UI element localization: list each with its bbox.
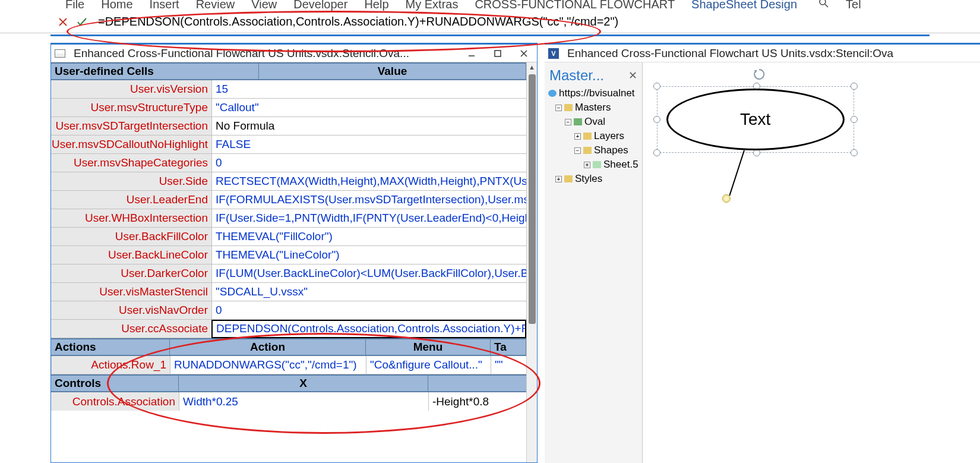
drawing-canvas[interactable]: Text	[643, 62, 980, 463]
section-header-actions[interactable]: Actions Action Menu Ta	[51, 338, 526, 356]
minimize-button[interactable]	[459, 45, 485, 62]
controls-row[interactable]: Controls.Association Width*0.25 -Height*…	[51, 392, 526, 411]
shape-text: Text	[740, 110, 770, 129]
user-cell-row[interactable]: User.DarkerColorIF(LUM(User.BackLineColo…	[51, 264, 526, 283]
tree-sheet5-label: Sheet.5	[603, 159, 638, 171]
cell-value[interactable]: 0	[211, 301, 526, 319]
tab-help[interactable]: Help	[364, 0, 388, 11]
accept-formula-button[interactable]	[75, 15, 88, 29]
selection-handle[interactable]	[653, 149, 660, 156]
controls-row-y[interactable]: -Height*0.8	[428, 392, 526, 411]
controls-row-x[interactable]: Width*0.25	[179, 392, 428, 411]
scroll-thumb[interactable]	[529, 74, 536, 324]
selection-handle[interactable]	[851, 149, 858, 156]
rotate-handle-icon[interactable]	[753, 68, 765, 80]
search-icon[interactable]	[818, 0, 829, 11]
expand-icon[interactable]: +	[574, 133, 581, 140]
tab-shapesheet-design[interactable]: ShapeSheet Design	[691, 0, 797, 11]
user-cell-row[interactable]: User.msvSDCalloutNoHighlightFALSE	[51, 136, 526, 154]
oval-shape[interactable]: Text	[666, 89, 845, 150]
control-handle[interactable]	[722, 194, 731, 203]
user-cell-row[interactable]: User.WHBoxIntersectionIF(User.Side=1,PNT…	[51, 209, 526, 228]
cell-value[interactable]: IF(User.Side=1,PNT(Width,IF(PNTY(User.Le…	[211, 209, 526, 227]
master-explorer-title: Master... ✕	[545, 65, 642, 86]
collapse-icon[interactable]: −	[565, 119, 571, 125]
cell-value[interactable]: 0	[211, 154, 526, 172]
expand-icon[interactable]: +	[584, 162, 590, 168]
tree-oval[interactable]: − Oval	[545, 115, 642, 129]
scroll-up-icon[interactable]: ▲	[529, 64, 535, 71]
selection-handle[interactable]	[653, 83, 660, 90]
actions-row-name: Actions.Row_1	[51, 356, 170, 374]
cell-name: User.msvSDTargetIntersection	[51, 119, 211, 133]
cell-value[interactable]: RECTSECT(MAX(Width,Height),MAX(Width,Hei…	[211, 172, 526, 190]
actions-row[interactable]: Actions.Row_1 RUNADDONWARGS("cc","/cmd=1…	[51, 356, 526, 374]
tree-styles-label: Styles	[575, 173, 602, 185]
user-cell-row[interactable]: User.LeaderEndIF(FORMULAEXISTS(User.msvS…	[51, 191, 526, 209]
selection-handle[interactable]	[851, 83, 858, 90]
collapse-icon[interactable]: −	[574, 147, 581, 154]
user-cell-row[interactable]: User.BackFillColorTHEMEVAL("FillColor")	[51, 228, 526, 246]
vertical-scrollbar[interactable]: ▲	[526, 62, 537, 462]
cancel-formula-button[interactable]	[56, 15, 69, 29]
user-cell-row[interactable]: User.visNavOrder0	[51, 301, 526, 320]
shapesheet-titlebar: Enhanced Cross-Functional Flowchart US U…	[51, 45, 537, 62]
cell-name: User.visNavOrder	[51, 304, 211, 317]
user-cell-row[interactable]: User.BackLineColorTHEMEVAL("LineColor")	[51, 246, 526, 264]
selection-handle[interactable]	[851, 116, 858, 123]
expand-icon[interactable]: +	[555, 176, 562, 182]
maximize-button[interactable]	[485, 45, 511, 62]
cell-value[interactable]: No Formula	[211, 117, 526, 135]
cell-value[interactable]: DEPENDSON(Controls.Association,Controls.…	[211, 320, 526, 338]
cell-value[interactable]: "Callout"	[211, 99, 526, 116]
close-pane-icon[interactable]: ✕	[628, 69, 637, 82]
collapse-icon[interactable]: −	[555, 105, 562, 111]
user-cell-row[interactable]: User.visVersion15	[51, 80, 526, 99]
actions-row-ta[interactable]: ""	[491, 356, 526, 374]
cell-value[interactable]: THEMEVAL("FillColor")	[211, 228, 526, 245]
tab-my-extras[interactable]: My Extras	[406, 0, 459, 11]
actions-row-action[interactable]: RUNADDONWARGS("cc","/cmd=1")	[170, 356, 366, 374]
cell-value[interactable]: "SDCALL_U.vssx"	[211, 283, 526, 301]
cell-name: User.visMasterStencil	[51, 285, 211, 298]
cell-value[interactable]: 15	[211, 80, 526, 98]
section-header-user-cells[interactable]: User-defined Cells Value	[51, 62, 526, 80]
tree-oval-label: Oval	[584, 116, 605, 128]
drawing-titlebar: V Enhanced Cross-Functional Flowchart US…	[545, 45, 980, 62]
tree-layers-label: Layers	[594, 130, 624, 142]
tab-insert[interactable]: Insert	[150, 0, 179, 11]
tab-view[interactable]: View	[251, 0, 277, 11]
tree-styles[interactable]: + Styles	[545, 172, 642, 186]
cell-value[interactable]: IF(LUM(User.BackLineColor)<LUM(User.Back…	[211, 264, 526, 282]
tab-review[interactable]: Review	[196, 0, 235, 11]
cell-name: User.msvStructureType	[51, 101, 211, 114]
callout-leader[interactable]	[729, 150, 745, 196]
tab-developer[interactable]: Developer	[293, 0, 347, 11]
actions-row-menu[interactable]: "Co&nfigure Callout..."	[366, 356, 491, 374]
tab-home[interactable]: Home	[101, 0, 132, 11]
cell-value[interactable]: IF(FORMULAEXISTS(User.msvSDTargetInterse…	[211, 191, 526, 209]
selection-handle[interactable]	[653, 116, 660, 123]
cell-name: User.LeaderEnd	[51, 193, 211, 206]
tree-root[interactable]: https://bvisualnet	[545, 86, 642, 100]
tab-cross-functional[interactable]: CROSS-FUNCTIONAL FLOWCHART	[475, 0, 675, 11]
tree-shapes[interactable]: − Shapes	[545, 143, 642, 158]
drawing-title: Enhanced Cross-Functional Flowchart US U…	[567, 47, 893, 60]
tree-masters[interactable]: − Masters	[545, 100, 642, 115]
tell-me[interactable]: Tel	[846, 0, 861, 11]
cell-value[interactable]: THEMEVAL("LineColor")	[211, 246, 526, 264]
formula-input[interactable]: =DEPENDSON(Controls.Association,Controls…	[94, 15, 980, 29]
tab-file[interactable]: File	[65, 0, 84, 11]
user-cell-row[interactable]: User.ccAssociateDEPENDSON(Controls.Assoc…	[51, 320, 526, 338]
tree-sheet5[interactable]: + Sheet.5	[545, 158, 642, 172]
shapesheet-grid[interactable]: User-defined Cells Value User.visVersion…	[51, 62, 526, 462]
user-cell-row[interactable]: User.msvSDTargetIntersectionNo Formula	[51, 117, 526, 136]
user-cell-row[interactable]: User.msvShapeCategories0	[51, 154, 526, 172]
section-header-controls[interactable]: Controls X	[51, 374, 526, 392]
user-cell-row[interactable]: User.msvStructureType"Callout"	[51, 99, 526, 117]
tree-layers[interactable]: + Layers	[545, 129, 642, 143]
user-cell-row[interactable]: User.visMasterStencil"SDCALL_U.vssx"	[51, 283, 526, 301]
close-button[interactable]	[511, 45, 537, 62]
user-cell-row[interactable]: User.SideRECTSECT(MAX(Width,Height),MAX(…	[51, 172, 526, 191]
cell-value[interactable]: FALSE	[211, 136, 526, 153]
